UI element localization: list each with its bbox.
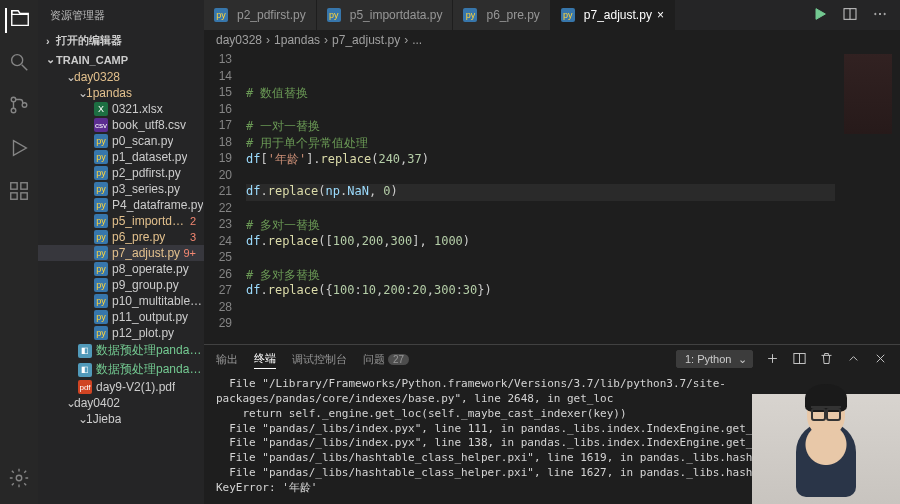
file-item[interactable]: pyp8_operate.py (38, 261, 204, 277)
py-file-icon: py (94, 166, 108, 180)
pdf-file-icon: pdf (78, 380, 92, 394)
py-file-icon: py (94, 198, 108, 212)
maximize-panel-icon[interactable] (846, 351, 861, 368)
file-item[interactable]: pyp3_series.py (38, 181, 204, 197)
xx-file-icon: ◧ (78, 363, 92, 377)
file-item[interactable]: X0321.xlsx (38, 101, 204, 117)
more-icon[interactable] (872, 6, 888, 25)
file-item[interactable]: pyp2_pdfirst.py (38, 165, 204, 181)
file-item[interactable]: pyp7_adjust.py9+ (38, 245, 204, 261)
code-area[interactable]: # 数值替换# 一对一替换# 用于单个异常值处理df['年龄'].replace… (246, 50, 835, 344)
editor-tab[interactable]: pyp6_pre.py (453, 0, 550, 30)
bottom-panel: 输出终端调试控制台问题27 1: Python File "/Library/F… (204, 344, 900, 504)
folder-item[interactable]: ⌄1pandas (38, 85, 204, 101)
breadcrumb-item[interactable]: 1pandas (274, 33, 320, 47)
svg-point-10 (875, 13, 876, 14)
explorer-icon[interactable] (5, 8, 31, 33)
source-control-icon[interactable] (8, 94, 30, 119)
file-item[interactable]: csvbook_utf8.csv (38, 117, 204, 133)
minimap[interactable] (835, 50, 900, 344)
py-file-icon: py (561, 8, 575, 22)
open-editors-header[interactable]: ›打开的编辑器 (38, 31, 204, 50)
folder-item[interactable]: ⌄day0328 (38, 69, 204, 85)
py-file-icon: py (94, 294, 108, 308)
py-file-icon: py (327, 8, 341, 22)
svg-rect-5 (21, 183, 27, 189)
csv-file-icon: csv (94, 118, 108, 132)
split-editor-icon[interactable] (842, 6, 858, 25)
terminal-selector[interactable]: 1: Python (676, 350, 753, 368)
editor-tab[interactable]: pyp2_pdfirst.py (204, 0, 317, 30)
panel-tab[interactable]: 输出 (216, 350, 238, 369)
split-terminal-icon[interactable] (792, 351, 807, 368)
code-editor[interactable]: 1314151617181920212223242526272829 # 数值替… (204, 50, 900, 344)
editor-tabs: pyp2_pdfirst.pypyp5_importdata.pypyp6_pr… (204, 0, 900, 30)
py-file-icon: py (94, 278, 108, 292)
sidebar: 资源管理器 ›打开的编辑器 ⌄TRAIN_CAMP ⌄day0328⌄1pand… (38, 0, 204, 504)
close-icon[interactable]: × (657, 8, 664, 22)
py-file-icon: py (94, 182, 108, 196)
py-file-icon: py (94, 134, 108, 148)
svg-rect-6 (11, 193, 17, 199)
settings-icon[interactable] (8, 467, 30, 492)
panel-tab[interactable]: 问题27 (363, 350, 409, 369)
debug-icon[interactable] (8, 137, 30, 162)
webcam-overlay (752, 394, 900, 504)
trash-icon[interactable] (819, 351, 834, 368)
file-item[interactable]: pyp6_pre.py3 (38, 229, 204, 245)
folder-item[interactable]: ⌄1Jieba (38, 411, 204, 427)
file-item[interactable]: pyp12_plot.py (38, 325, 204, 341)
breadcrumb-item[interactable]: day0328 (216, 33, 262, 47)
sidebar-title: 资源管理器 (38, 0, 204, 31)
panel-tab[interactable]: 调试控制台 (292, 350, 347, 369)
editor-tab[interactable]: pyp5_importdata.py (317, 0, 454, 30)
close-panel-icon[interactable] (873, 351, 888, 368)
breadcrumb-item[interactable]: p7_adjust.py (332, 33, 400, 47)
file-item[interactable]: ◧数据预处理pandas.x... (38, 360, 204, 379)
file-tree: ⌄day0328⌄1pandasX0321.xlsxcsvbook_utf8.c… (38, 69, 204, 504)
panel-tab[interactable]: 终端 (254, 349, 276, 369)
file-item[interactable]: pyP4_dataframe.py (38, 197, 204, 213)
folder-item[interactable]: ⌄day0402 (38, 395, 204, 411)
svg-point-8 (16, 475, 22, 481)
tab-actions (800, 0, 900, 30)
svg-point-12 (884, 13, 885, 14)
run-icon[interactable] (812, 6, 828, 25)
extensions-icon[interactable] (8, 180, 30, 205)
file-item[interactable]: ◧数据预处理pandas.p... (38, 341, 204, 360)
py-file-icon: py (94, 214, 108, 228)
py-file-icon: py (94, 326, 108, 340)
line-gutter: 1314151617181920212223242526272829 (204, 50, 246, 344)
file-item[interactable]: pyp5_importdata...2 (38, 213, 204, 229)
py-file-icon: py (463, 8, 477, 22)
svg-point-1 (11, 97, 16, 102)
svg-rect-7 (21, 193, 27, 199)
search-icon[interactable] (8, 51, 30, 76)
svg-rect-4 (11, 183, 17, 189)
editor-tab[interactable]: pyp7_adjust.py× (551, 0, 675, 30)
svg-point-3 (22, 103, 27, 108)
py-file-icon: py (94, 230, 108, 244)
breadcrumb[interactable]: day0328›1pandas›p7_adjust.py›... (204, 30, 900, 50)
py-file-icon: py (94, 150, 108, 164)
file-item[interactable]: pyp0_scan.py (38, 133, 204, 149)
py-file-icon: py (94, 310, 108, 324)
activity-bar (0, 0, 38, 504)
terminal-output[interactable]: File "/Library/Frameworks/Python.framewo… (204, 373, 900, 504)
svg-point-0 (12, 55, 23, 66)
file-item[interactable]: pyp11_output.py (38, 309, 204, 325)
xl-file-icon: X (94, 102, 108, 116)
file-item[interactable]: pyp10_multitable.py (38, 293, 204, 309)
py-file-icon: py (214, 8, 228, 22)
svg-point-2 (11, 108, 16, 113)
file-item[interactable]: pyp9_group.py (38, 277, 204, 293)
new-terminal-icon[interactable] (765, 351, 780, 368)
xx-file-icon: ◧ (78, 344, 92, 358)
project-header[interactable]: ⌄TRAIN_CAMP (38, 50, 204, 69)
svg-point-11 (879, 13, 880, 14)
breadcrumb-item[interactable]: ... (412, 33, 422, 47)
py-file-icon: py (94, 246, 108, 260)
file-item[interactable]: pyp1_dataset.py (38, 149, 204, 165)
py-file-icon: py (94, 262, 108, 276)
file-item[interactable]: pdfday9-V2(1).pdf (38, 379, 204, 395)
